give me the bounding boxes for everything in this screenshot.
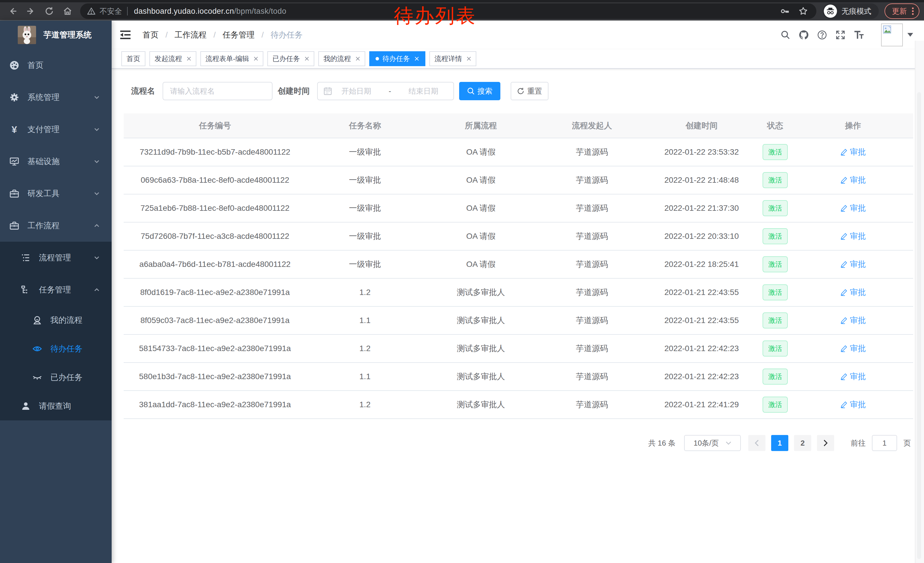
edit-icon [840,345,848,352]
sidebar-item-leave-query[interactable]: 请假查询 [0,392,112,420]
breadcrumb-current: 待办任务 [270,30,303,41]
incognito-label: 无痕模式 [842,6,872,17]
approve-button[interactable]: 审批 [840,343,866,354]
approve-button[interactable]: 审批 [840,231,866,242]
chevron-down-icon [93,254,100,261]
table-row: 8f0d1619-7ac8-11ec-a9e2-a2380e71991a1.2测… [124,278,913,306]
forward-icon[interactable] [25,5,37,18]
calendar-icon [324,87,332,95]
eye-icon [32,344,42,354]
tab-home[interactable]: 首页 [122,51,146,66]
goto-page-input[interactable]: 1 [872,435,897,451]
approve-button[interactable]: 审批 [840,315,866,326]
chevron-up-icon [93,286,100,293]
approve-button[interactable]: 审批 [840,203,866,214]
create-time-label: 创建时间 [278,86,310,96]
date-range-picker[interactable]: 开始日期 - 结束日期 [317,82,454,100]
close-icon[interactable]: × [304,56,309,61]
sidebar-item-process-mgmt[interactable]: 流程管理 [0,242,112,274]
briefcase-icon [9,221,20,231]
approve-button[interactable]: 审批 [840,175,866,186]
page-size-select[interactable]: 10条/页 [684,435,741,451]
github-icon[interactable] [796,27,811,42]
key-icon[interactable] [778,5,791,18]
update-button[interactable]: 更新 [885,3,920,19]
sidebar-item-todo-tasks[interactable]: 待办任务 [0,335,112,363]
status-badge: 激活 [762,172,788,188]
table-row: 580e1b3d-7ac8-11ec-a9e2-a2380e71991a1.1测… [124,363,913,390]
start-date-input[interactable]: 开始日期 [332,86,381,96]
chevron-down-icon [93,126,100,133]
page-button-2[interactable]: 2 [794,435,811,451]
dashboard-icon [9,60,20,70]
sidebar-item-done-tasks[interactable]: 已办任务 [0,363,112,392]
edit-icon [840,233,848,240]
sidebar-logo[interactable]: 芋道管理系统 [0,21,112,49]
tab-process-detail[interactable]: 流程详情× [429,51,476,66]
yen-icon: ¥ [9,124,20,135]
hamburger-icon[interactable] [120,30,130,39]
sidebar-item-system[interactable]: 系统管理 [0,81,112,113]
chevron-down-icon [93,190,100,197]
approve-button[interactable]: 审批 [840,287,866,298]
caret-down-icon[interactable] [908,33,913,37]
tab-process-form-edit[interactable]: 流程表单-编辑× [200,51,263,66]
tab-start-process[interactable]: 发起流程× [149,51,196,66]
chevron-up-icon [93,222,100,229]
person-face-icon [32,315,42,325]
search-button[interactable]: 搜索 [459,82,500,100]
edit-icon [840,204,848,212]
chrome-menu-icon[interactable] [912,8,914,15]
approve-button[interactable]: 审批 [840,399,866,410]
sidebar-item-infrastructure[interactable]: 基础设施 [0,146,112,177]
end-date-input[interactable]: 结束日期 [399,86,448,96]
edit-icon [840,148,848,156]
tab-my-process[interactable]: 我的流程× [318,51,365,66]
reload-icon[interactable] [43,5,56,18]
home-icon[interactable] [61,5,74,18]
bookmark-star-icon[interactable] [797,5,810,18]
tab-todo-tasks[interactable]: 待办任务× [369,51,425,66]
breadcrumb-task-mgmt[interactable]: 任务管理 [223,30,255,41]
approve-button[interactable]: 审批 [840,371,866,382]
avatar[interactable] [881,24,903,47]
scrollbar-thumb[interactable] [917,92,921,559]
back-icon[interactable] [6,5,19,18]
update-label[interactable]: 更新 [892,6,907,17]
process-name-input[interactable]: 请输入流程名 [163,82,273,100]
help-icon[interactable] [814,27,830,42]
breadcrumb-home[interactable]: 首页 [142,30,159,41]
status-badge: 激活 [762,256,788,272]
navbar: 首页 / 工作流程 / 任务管理 / 待办任务 [112,21,924,49]
close-icon[interactable]: × [356,56,360,61]
close-icon[interactable]: × [466,56,471,61]
close-icon[interactable]: × [414,56,419,61]
next-page-button[interactable] [817,435,834,451]
close-icon[interactable]: × [254,56,258,61]
sidebar-item-workflow[interactable]: 工作流程 [0,210,112,242]
approve-button[interactable]: 审批 [840,147,866,158]
tab-done-tasks[interactable]: 已办任务× [267,51,314,66]
logo-image [18,26,36,44]
fullscreen-icon[interactable] [833,27,848,42]
close-icon[interactable]: × [187,56,191,61]
sidebar-item-payment[interactable]: ¥ 支付管理 [0,113,112,146]
sidebar-item-my-process[interactable]: 我的流程 [0,306,112,335]
reset-button[interactable]: 重置 [511,82,549,100]
breadcrumb-workflow[interactable]: 工作流程 [175,30,207,41]
chevron-down-icon [726,441,731,445]
sidebar-item-home[interactable]: 首页 [0,49,112,81]
url-text[interactable]: dashboard.yudao.iocoder.cn/bpm/task/todo [134,7,286,16]
sidebar-item-task-mgmt[interactable]: 任务管理 [0,274,112,306]
sidebar-item-devtools[interactable]: 研发工具 [0,177,112,210]
prev-page-button[interactable] [748,435,765,451]
approve-button[interactable]: 审批 [840,259,866,270]
search-icon[interactable] [778,27,793,42]
table-header-row: 任务编号 任务名称 所属流程 流程发起人 创建时间 状态 操作 [124,113,913,138]
security-label[interactable]: 不安全 [100,6,122,17]
sidebar-menu: 首页 系统管理 ¥ 支付管理 基础设施 [0,49,112,420]
page-button-1[interactable]: 1 [771,435,788,451]
page-scrollbar[interactable] [915,41,924,563]
status-badge: 激活 [762,396,788,413]
font-size-icon[interactable] [851,27,866,42]
